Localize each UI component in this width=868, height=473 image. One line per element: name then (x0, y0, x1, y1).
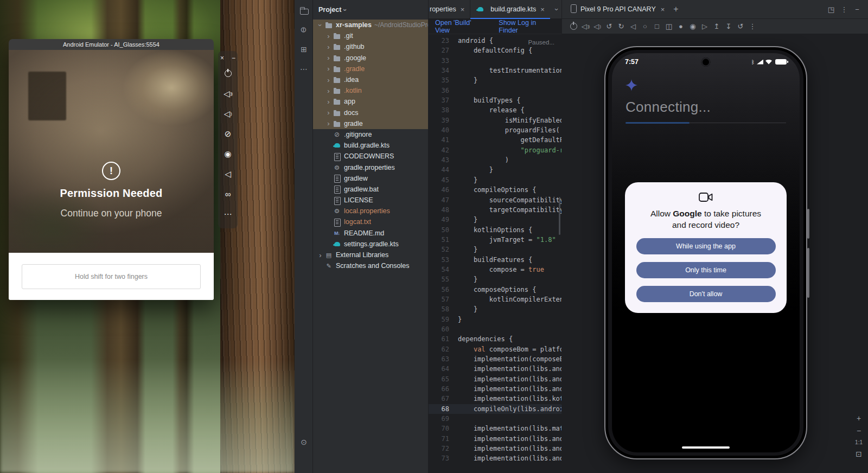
commit-icon[interactable]: ⊖ (296, 22, 312, 38)
tree-item-xr-samples[interactable]: ›xr-samples ~/AndroidStudioProj (313, 20, 428, 30)
problems-icon[interactable]: ⊙ (296, 434, 312, 450)
download-icon[interactable]: ↧ (723, 21, 735, 33)
chevron-icon[interactable]: › (324, 108, 333, 117)
editor-scrollbar[interactable] (559, 197, 560, 235)
deny-button[interactable]: Don't allow (636, 286, 776, 302)
code-line: 35 } (429, 75, 561, 85)
more-vert-icon[interactable]: ⋮ (838, 3, 851, 16)
chevron-icon[interactable]: › (324, 43, 333, 51)
chevron-icon[interactable]: › (324, 87, 333, 95)
tree-item-settings-gradle-kts[interactable]: settings.gradle.kts (313, 239, 428, 250)
allow-foreground-button[interactable]: While using the app (636, 238, 776, 254)
chevron-icon[interactable]: › (324, 76, 333, 84)
power-icon[interactable] (567, 21, 579, 33)
emulator-titlebar[interactable]: Android Emulator - AI_Glasses:5554 (9, 39, 214, 50)
chevron-icon[interactable]: › (324, 98, 333, 106)
close-tab-icon[interactable] (661, 6, 665, 13)
tree-item-local-properties[interactable]: ⚙local.properties (313, 206, 428, 216)
new-device-tab-icon[interactable] (669, 4, 682, 14)
camera-icon[interactable]: ◉ (218, 144, 238, 164)
mic-off-icon[interactable]: ⊘ (218, 124, 238, 144)
tree-item-external-libraries[interactable]: ›▤External Libraries (313, 250, 428, 260)
tree-item--idea[interactable]: ›.idea (313, 74, 428, 85)
emulator-screen[interactable]: Permission Needed Continue on your phone (9, 50, 214, 253)
minimize-icon[interactable]: − (231, 55, 237, 61)
tree-item-codeowners[interactable]: CODEOWNERS (313, 151, 428, 162)
project-panel-header[interactable]: Project (313, 0, 428, 20)
tree-item-gradlew-bat[interactable]: gradlew.bat (313, 184, 428, 195)
tab-build-gradle-kts[interactable]: build.gradle.kts (470, 0, 550, 18)
overview-icon[interactable]: □ (651, 21, 663, 33)
close-tab-icon[interactable] (540, 6, 545, 13)
code-line: 57 kotlinCompilerExtens (429, 295, 561, 304)
tree-item-build-gradle-kts[interactable]: build.gradle.kts (313, 140, 428, 151)
tree-item-docs[interactable]: ›docs (313, 107, 428, 118)
more-vert-icon[interactable]: ⋮ (746, 21, 758, 33)
phone-screen[interactable]: 7:57 ᛒ Connecting... (612, 53, 800, 452)
zoom-ratio-label[interactable]: 1:1 (855, 439, 863, 445)
fit-screen-icon[interactable] (856, 450, 862, 458)
tree-item-label: settings.gradle.kts (344, 240, 399, 248)
allow-once-button[interactable]: Only this time (636, 262, 776, 278)
open-build-view-link[interactable]: Open 'Build' View (435, 19, 486, 34)
volume-down-icon[interactable]: ◁ (218, 104, 238, 124)
open-in-window-icon[interactable]: ◳ (825, 3, 838, 16)
rotate-left-icon[interactable]: ↺ (603, 21, 615, 33)
chevron-icon[interactable]: › (324, 54, 333, 62)
upload-icon[interactable]: ↥ (711, 21, 723, 33)
home-icon[interactable]: ○ (639, 21, 651, 33)
screenshot-icon[interactable]: ◫ (663, 21, 675, 33)
tab-pixel-9-pro[interactable]: Pixel 9 Pro API CANARY (566, 0, 669, 18)
reset-icon[interactable]: ↺ (735, 21, 746, 33)
tree-item-gradle-properties[interactable]: ⚙gradle.properties (313, 162, 428, 172)
tree-item--github[interactable]: ›.github (313, 41, 428, 52)
zoom-out-button[interactable]: − (857, 427, 861, 434)
volume-up-icon[interactable]: ◁ (579, 21, 591, 33)
volume-down-icon[interactable]: ◁ (591, 21, 603, 33)
tree-item--gradle[interactable]: ›.gradle (313, 63, 428, 74)
tree-item--kotlin[interactable]: ›.kotlin (313, 85, 428, 96)
tree-item-readme-md[interactable]: M↓README.md (313, 228, 428, 239)
more-icon[interactable]: ⋯ (218, 204, 238, 224)
tree-item-label: gradlew.bat (344, 186, 379, 193)
tab-gradle-properties[interactable]: roperties (429, 0, 470, 18)
video-icon[interactable]: ▷ (699, 21, 711, 33)
text-icon (333, 184, 341, 195)
chevron-icon[interactable]: › (324, 119, 333, 127)
chevron-icon[interactable]: › (324, 65, 333, 73)
virtual-scene-icon[interactable]: ∞ (218, 184, 238, 204)
volume-up-icon[interactable]: ◁ (218, 84, 238, 104)
tree-item-app[interactable]: ›app (313, 96, 428, 107)
chevron-icon[interactable]: › (324, 32, 333, 40)
dialog-text: to take pictures (702, 209, 761, 218)
more-icon[interactable]: ⋯ (296, 61, 312, 77)
power-icon[interactable] (218, 63, 238, 84)
tree-item--git[interactable]: ›.git (313, 30, 428, 41)
structure-icon[interactable]: ⊞ (296, 41, 312, 57)
chevron-icon[interactable]: › (316, 251, 324, 259)
tree-item-license[interactable]: LICENSE (313, 195, 428, 206)
line-number: 66 (429, 384, 449, 394)
close-tab-icon[interactable] (461, 6, 465, 13)
screen-record-icon[interactable]: ● (675, 21, 687, 33)
line-number: 63 (429, 354, 449, 364)
camera-icon[interactable]: ◉ (687, 21, 699, 33)
zoom-in-button[interactable]: + (857, 414, 861, 422)
tree-item-gradle[interactable]: ›gradle (313, 118, 428, 129)
tree-item-logcat-txt[interactable]: logcat.txt (313, 216, 428, 227)
back-icon[interactable]: ◁ (218, 164, 238, 184)
tree-item-scratches-and-consoles[interactable]: ✎Scratches and Consoles (313, 260, 428, 271)
show-log-link[interactable]: Show Log in Finder (499, 19, 555, 34)
rotate-right-icon[interactable]: ↻ (615, 21, 627, 33)
code-editor[interactable]: 23android {27 defaultConfig {3334 testIn… (429, 34, 561, 473)
chevron-icon[interactable]: › (316, 21, 324, 29)
close-icon[interactable]: × (219, 55, 226, 61)
back-icon[interactable]: ◁ (627, 21, 639, 33)
tree-item-gradlew[interactable]: gradlew (313, 173, 428, 184)
code-line: 47 sourceCompatibility (429, 195, 561, 205)
project-icon[interactable] (296, 2, 312, 18)
bluetooth-icon: ᛒ (751, 59, 755, 65)
hide-icon[interactable]: − (851, 3, 864, 16)
tree-item--gitignore[interactable]: ⊘.gitignore (313, 129, 428, 140)
tree-item--google[interactable]: ›.google (313, 53, 428, 63)
